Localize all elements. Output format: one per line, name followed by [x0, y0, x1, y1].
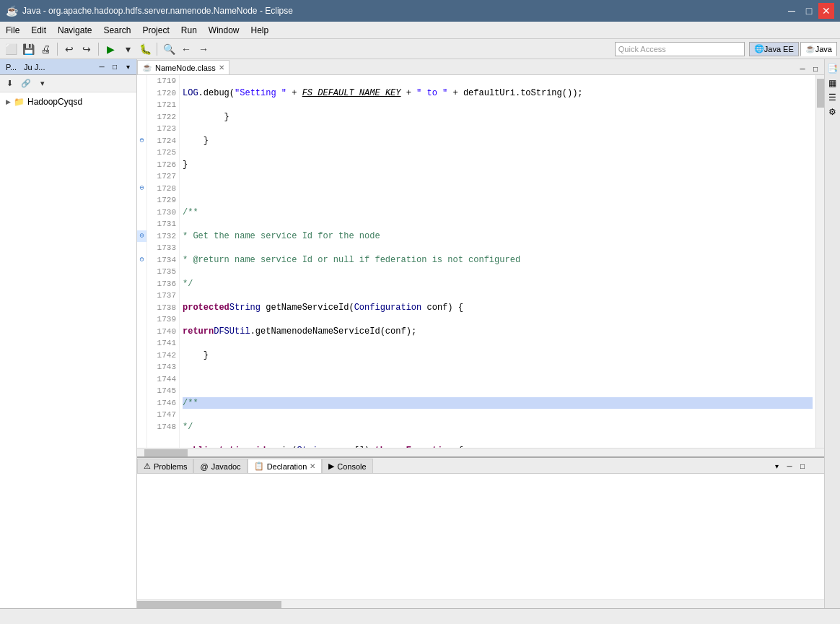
gutter-1744: [137, 373, 146, 386]
left-panel-tabs: P... Ju J...: [3, 62, 48, 72]
java-ee-icon: 🌐: [754, 44, 764, 53]
menu-run[interactable]: Run: [175, 22, 203, 38]
bottom-tab-declaration[interactable]: 📋 Declaration ✕: [248, 459, 323, 473]
gutter-1743: [137, 361, 146, 373]
run-dropdown[interactable]: ▾: [120, 41, 136, 57]
tab-filename: NameNode.class: [155, 64, 216, 72]
bottom-h-scrollbar[interactable]: [137, 599, 824, 608]
sep1: [57, 43, 58, 56]
bottom-tab-javadoc[interactable]: @ Javadoc: [193, 459, 247, 473]
gutter-1734[interactable]: ⊖: [137, 254, 146, 266]
gutter-1730: [137, 207, 146, 219]
javadoc-label: Javadoc: [211, 462, 241, 471]
perspective-buttons: 🌐 Java EE ☕ Java: [749, 42, 837, 56]
panel-tab-package[interactable]: P...: [3, 62, 19, 72]
menu-project[interactable]: Project: [136, 22, 175, 38]
print-button[interactable]: 🖨: [38, 41, 53, 57]
bottom-panel-menu-button[interactable]: ▾: [771, 460, 782, 472]
gutter-1732[interactable]: ⊖: [137, 230, 146, 243]
close-button[interactable]: ✕: [818, 3, 834, 19]
collapse-all-button[interactable]: ⬇: [1, 76, 17, 92]
debug-button[interactable]: 🐛: [137, 41, 153, 57]
title-bar: ☕ Java - org.apache.hadoop.hdfs.server.n…: [0, 0, 840, 22]
gutter-1727: [137, 170, 146, 183]
editor-tabs: ☕ NameNode.class ✕ ─ □: [137, 59, 824, 75]
code-line-1725: * Get the name service Id for the node: [183, 230, 813, 243]
gutter-1724[interactable]: ⊖: [137, 135, 146, 147]
perspective-java-ee[interactable]: 🌐 Java EE: [749, 42, 799, 56]
menu-file[interactable]: File: [0, 22, 25, 38]
h-scrollbar-thumb[interactable]: [144, 449, 188, 456]
right-sidebar-btn2[interactable]: ▦: [826, 77, 839, 90]
new-button[interactable]: ⬜: [3, 41, 19, 57]
quick-access-box[interactable]: Quick Access: [615, 42, 745, 56]
link-editor-button[interactable]: 🔗: [18, 76, 34, 92]
right-sidebar-btn4[interactable]: ⚙: [826, 105, 839, 118]
panel-maximize-button[interactable]: □: [109, 61, 121, 73]
editor-minimize-button[interactable]: ─: [797, 63, 808, 74]
code-content[interactable]: LOG.debug("Setting " + FS_DEFAULT_NAME_K…: [180, 75, 815, 448]
code-gutter: ⊖ ⊖ ⊖ ⊖: [137, 75, 147, 448]
code-line-1732: /**: [183, 397, 813, 410]
tab-file-icon: ☕: [142, 63, 152, 72]
editor-maximize-button[interactable]: □: [810, 63, 821, 74]
gutter-1746: [137, 397, 146, 410]
panel-minimize-button[interactable]: ─: [96, 61, 108, 73]
save-button[interactable]: 💾: [20, 41, 36, 57]
menu-help[interactable]: Help: [245, 22, 275, 38]
menu-navigate[interactable]: Navigate: [52, 22, 97, 38]
bottom-tab-console[interactable]: ▶ Console: [322, 459, 372, 473]
horizontal-scrollbar[interactable]: [137, 448, 824, 456]
run-button[interactable]: ▶: [102, 41, 118, 57]
code-line-1729: return DFSUtil.getNamenodeNameServiceId(…: [183, 326, 813, 338]
code-line-1722: }: [183, 159, 813, 171]
search-toolbar-button[interactable]: 🔍: [161, 41, 177, 57]
menu-edit[interactable]: Edit: [25, 22, 52, 38]
declaration-icon: 📋: [254, 462, 264, 471]
editor-column: ☕ NameNode.class ✕ ─ □ ⊖: [137, 59, 824, 608]
minimize-button[interactable]: ─: [784, 3, 800, 19]
menu-window[interactable]: Window: [203, 22, 245, 38]
undo-button[interactable]: ↩: [61, 41, 77, 57]
view-menu-button[interactable]: ▾: [35, 76, 51, 92]
gutter-1738: [137, 302, 146, 314]
gutter-1721: [137, 99, 146, 111]
declaration-label: Declaration: [267, 462, 307, 471]
code-line-1727: */: [183, 278, 813, 290]
code-line-1726: * @return name service Id or null if fed…: [183, 254, 813, 266]
gutter-1725: [137, 147, 146, 159]
code-editor: ⊖ ⊖ ⊖ ⊖: [137, 75, 824, 448]
bottom-panel-maximize[interactable]: □: [797, 460, 808, 472]
maximize-button[interactable]: □: [801, 3, 817, 19]
gutter-1742: [137, 350, 146, 362]
code-line-1728: protected String getNameServiceId(Config…: [183, 302, 813, 314]
bottom-tab-problems[interactable]: ⚠ Problems: [137, 459, 193, 473]
scrollbar-thumb[interactable]: [817, 79, 824, 108]
navigate-back[interactable]: ←: [178, 41, 194, 57]
menu-search[interactable]: Search: [97, 22, 136, 38]
editor-tab-controls: ─ □: [797, 63, 824, 74]
problems-label: Problems: [154, 462, 187, 471]
tree-item-hadoop[interactable]: ▶ 📁 HadoopCyqsd: [3, 95, 134, 108]
gutter-1739: [137, 313, 146, 326]
panel-view-menu-button[interactable]: ▾: [122, 61, 134, 73]
vertical-scrollbar[interactable]: [815, 75, 824, 448]
code-line-1731: [183, 373, 813, 386]
perspective-java[interactable]: ☕ Java: [800, 42, 837, 56]
editor-tab-namenode[interactable]: ☕ NameNode.class ✕: [137, 60, 229, 74]
bottom-panel-minimize[interactable]: ─: [784, 460, 795, 472]
window-title: Java - org.apache.hadoop.hdfs.server.nam…: [22, 6, 293, 16]
gutter-1736: [137, 278, 146, 290]
line-numbers: 17191720172117221723 1724172517261727172…: [147, 75, 180, 448]
panel-tab-junit[interactable]: Ju J...: [21, 62, 48, 72]
gutter-1728[interactable]: ⊖: [137, 183, 146, 195]
bottom-h-scrollbar-thumb[interactable]: [137, 601, 281, 608]
window-controls: ─ □ ✕: [784, 3, 834, 19]
tab-close-button[interactable]: ✕: [219, 64, 224, 72]
redo-button[interactable]: ↪: [79, 41, 95, 57]
declaration-close[interactable]: ✕: [310, 462, 315, 470]
right-sidebar-btn3[interactable]: ☰: [826, 91, 839, 104]
code-line-1733: */: [183, 421, 813, 433]
navigate-forward[interactable]: →: [196, 41, 211, 57]
right-sidebar-btn1[interactable]: 📑: [826, 62, 839, 75]
